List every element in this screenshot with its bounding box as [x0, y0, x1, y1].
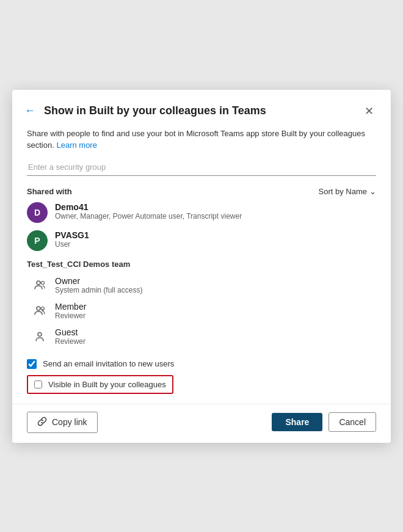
cancel-button[interactable]: Cancel: [329, 412, 376, 432]
dialog-title: Show in Built by your colleagues in Team…: [44, 104, 356, 117]
user-item: D Demo41 Owner, Manager, Power Automate …: [27, 202, 376, 223]
svg-point-0: [37, 281, 40, 285]
link-icon: [37, 417, 47, 428]
learn-more-link[interactable]: Learn more: [56, 140, 96, 150]
email-checkbox[interactable]: [27, 359, 37, 369]
share-button[interactable]: Share: [272, 413, 322, 431]
role-desc: Reviewer: [55, 312, 86, 320]
avatar: P: [27, 230, 48, 251]
user-role: Owner, Manager, Power Automate user, Tra…: [55, 212, 242, 220]
people-icon: [32, 303, 48, 319]
visible-checkbox[interactable]: [34, 381, 42, 388]
user-name: PVASG1: [55, 230, 89, 240]
svg-point-6: [38, 332, 42, 336]
team-role-info: Member Reviewer: [55, 302, 86, 320]
user-list: D Demo41 Owner, Manager, Power Automate …: [27, 202, 376, 251]
people-icon: [32, 277, 48, 293]
team-role-list: Owner System admin (full access): [32, 276, 376, 346]
team-role-item: Guest Reviewer: [32, 327, 376, 346]
role-name: Guest: [55, 327, 85, 337]
dialog-body: Share with people to find and use your b…: [12, 128, 391, 353]
role-desc: System admin (full access): [55, 286, 142, 294]
svg-point-1: [42, 281, 45, 284]
role-name: Owner: [55, 276, 142, 286]
user-item: P PVASG1 User: [27, 230, 376, 251]
copy-link-label: Copy link: [52, 417, 87, 427]
security-group-input[interactable]: [27, 159, 376, 176]
visible-checkbox-label[interactable]: Visible in Built by your colleagues: [48, 380, 166, 389]
visible-checkbox-row-highlighted: Visible in Built by your colleagues: [27, 375, 173, 394]
svg-point-2: [37, 307, 40, 310]
avatar: D: [27, 202, 48, 223]
share-dialog: ← Show in Built by your colleagues in Te…: [12, 90, 391, 443]
description-text: Share with people to find and use your b…: [27, 128, 376, 151]
dialog-header: ← Show in Built by your colleagues in Te…: [12, 90, 391, 128]
user-name: Demo41: [55, 202, 242, 212]
back-button[interactable]: ←: [24, 104, 35, 117]
shared-with-label: Shared with: [27, 187, 72, 196]
email-checkbox-row: Send an email invitation to new users: [27, 359, 376, 369]
team-section: Test_Test_CCI Demos team Owner System ad: [27, 260, 376, 346]
dialog-footer: Copy link Share Cancel: [12, 404, 391, 443]
person-icon: [32, 329, 48, 344]
copy-link-button[interactable]: Copy link: [27, 412, 98, 433]
shared-with-header: Shared with Sort by Name ⌄: [27, 187, 376, 196]
team-role-info: Owner System admin (full access): [55, 276, 142, 294]
footer-options: Send an email invitation to new users Vi…: [12, 353, 391, 404]
team-name: Test_Test_CCI Demos team: [27, 260, 376, 269]
user-info: PVASG1 User: [55, 230, 89, 249]
user-role: User: [55, 240, 89, 249]
team-role-item: Member Reviewer: [32, 302, 376, 320]
chevron-down-icon: ⌄: [369, 187, 376, 196]
sort-label: Sort by Name: [319, 187, 367, 196]
role-name: Member: [55, 302, 86, 312]
team-role-info: Guest Reviewer: [55, 327, 85, 346]
close-button[interactable]: ✕: [362, 102, 376, 120]
email-checkbox-label[interactable]: Send an email invitation to new users: [43, 359, 174, 368]
sort-button[interactable]: Sort by Name ⌄: [319, 187, 376, 196]
role-desc: Reviewer: [55, 337, 85, 346]
team-role-item: Owner System admin (full access): [32, 276, 376, 294]
user-info: Demo41 Owner, Manager, Power Automate us…: [55, 202, 242, 220]
